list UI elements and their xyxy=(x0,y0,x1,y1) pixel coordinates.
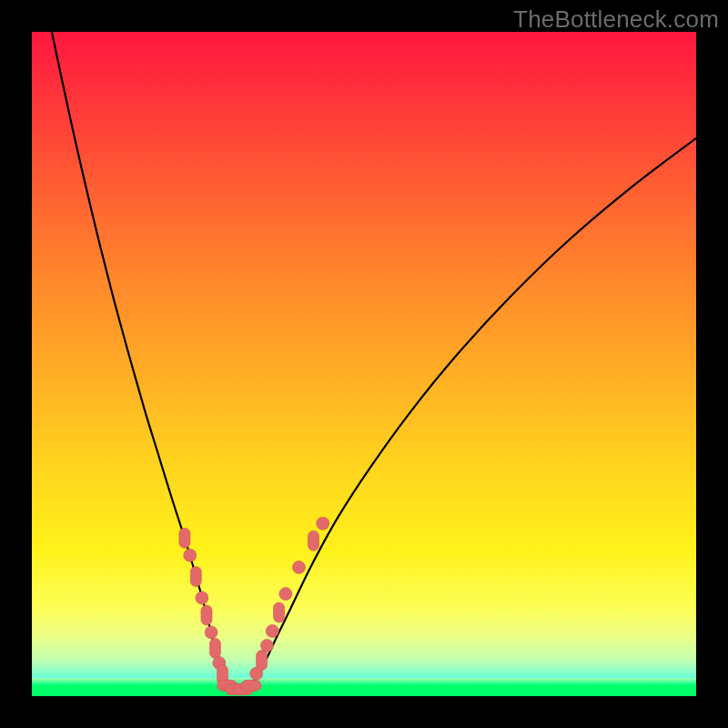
bottleneck-curve-svg xyxy=(32,32,696,696)
curve-marker xyxy=(196,592,208,604)
bottleneck-curve xyxy=(52,32,696,691)
chart-frame: TheBottleneck.com xyxy=(0,0,728,728)
watermark-text: TheBottleneck.com xyxy=(513,5,719,34)
curve-marker xyxy=(201,605,212,625)
curve-marker xyxy=(179,528,190,548)
curve-paths xyxy=(52,32,696,691)
curve-marker xyxy=(241,680,261,691)
curve-marker xyxy=(260,640,273,652)
curve-marker xyxy=(274,602,285,622)
curve-marker xyxy=(279,588,292,601)
plot-area xyxy=(32,32,696,696)
curve-marker xyxy=(308,531,319,551)
curve-marker xyxy=(266,624,278,637)
curve-marker xyxy=(257,651,268,671)
curve-marker xyxy=(209,638,220,658)
curve-marker xyxy=(190,567,201,587)
curve-marker xyxy=(292,561,305,573)
curve-marker xyxy=(317,517,329,530)
curve-marker xyxy=(184,549,197,561)
curve-markers xyxy=(179,517,329,695)
curve-layer xyxy=(32,32,696,696)
curve-marker xyxy=(205,626,217,639)
